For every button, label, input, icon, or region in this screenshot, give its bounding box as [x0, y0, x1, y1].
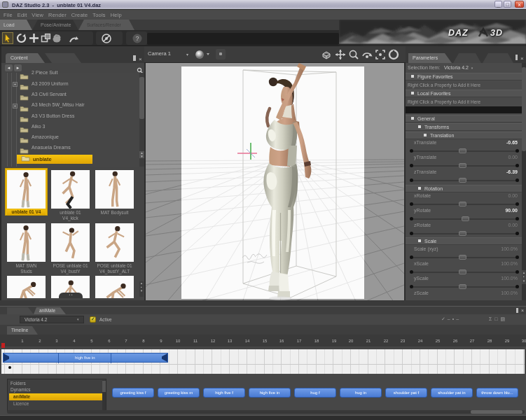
svg-text:?: ? [135, 35, 139, 42]
